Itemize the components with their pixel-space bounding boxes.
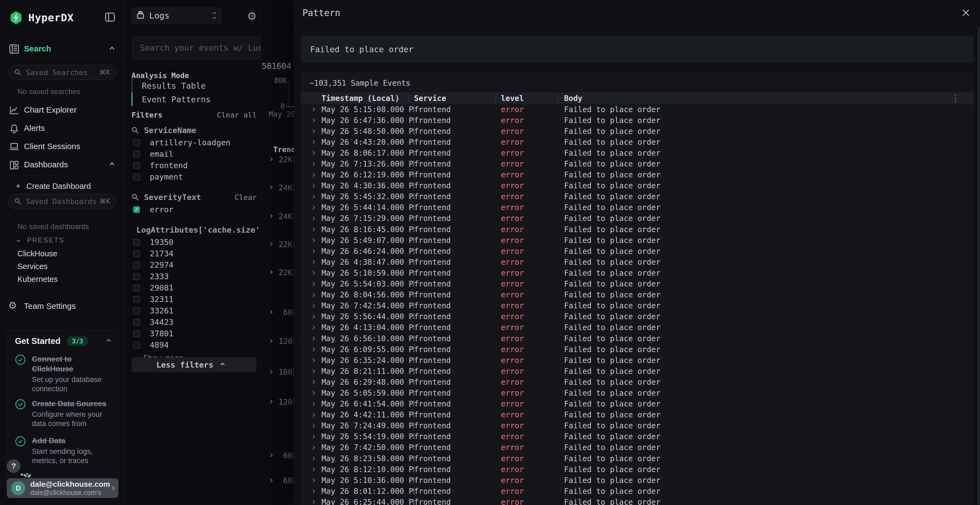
table-row[interactable]: May 26 7:42:54.000 PM frontend error Fai… xyxy=(301,300,974,311)
column-header-timestamp[interactable]: Timestamp (Local) xyxy=(321,94,414,103)
get-started-item[interactable]: Connect to ClickHouse Set up your databa… xyxy=(15,354,111,394)
sidebar-item-search[interactable]: Search xyxy=(0,41,125,57)
table-row[interactable]: May 26 4:30:36.000 PM frontend error Fai… xyxy=(301,180,974,191)
source-settings-gear-icon[interactable]: ⚙ xyxy=(247,10,257,22)
checkbox[interactable] xyxy=(133,250,140,257)
table-row[interactable]: May 26 7:24:49.000 PM frontend error Fai… xyxy=(301,420,974,431)
column-header-service[interactable]: Service xyxy=(414,94,501,103)
get-started-item[interactable]: Add Data Start sending logs, metrics, or… xyxy=(15,436,111,465)
table-row[interactable]: May 26 7:13:26.000 PM frontend error Fai… xyxy=(301,158,974,169)
facet-option[interactable]: artillery-loadgen xyxy=(132,137,257,148)
help-button[interactable]: ? xyxy=(7,459,21,473)
create-dashboard-button[interactable]: +Create Dashboard xyxy=(16,182,91,191)
checkbox[interactable] xyxy=(133,284,140,291)
facet-option[interactable]: email xyxy=(132,148,257,160)
tab-results-table[interactable]: Results Table xyxy=(132,79,246,92)
pattern-row-trend[interactable]: 60 xyxy=(261,308,294,318)
table-row[interactable]: May 26 5:10:59.000 PM frontend error Fai… xyxy=(301,267,974,278)
sidebar-item-team-settings[interactable]: ⚙ Team Settings xyxy=(0,299,125,313)
column-separator[interactable] xyxy=(557,95,558,102)
facet-option[interactable]: 29081 xyxy=(132,282,257,294)
column-separator[interactable] xyxy=(409,95,409,102)
pattern-row-trend[interactable]: 120 xyxy=(261,397,294,408)
table-row[interactable]: May 26 6:12:19.000 PM frontend error Fai… xyxy=(301,170,974,180)
user-menu[interactable]: D dale@clickhouse.com dale@clickhouse.co… xyxy=(7,478,118,498)
saved-dashboards-input[interactable]: Saved Dashboards ⌘K xyxy=(8,194,116,209)
table-row[interactable]: May 26 8:01:12.000 PM frontend error Fai… xyxy=(301,486,974,497)
facet-option[interactable]: 2333 xyxy=(132,271,257,282)
facet-option[interactable]: 33261 xyxy=(132,305,257,316)
pattern-row-trend[interactable]: 120 xyxy=(261,336,294,347)
table-row[interactable]: May 26 6:56:10.000 PM frontend error Fai… xyxy=(301,333,974,344)
table-row[interactable]: May 26 5:15:08.000 PM frontend error Fai… xyxy=(301,104,974,115)
pattern-row-trend[interactable]: 22K xyxy=(261,267,294,278)
checkbox[interactable] xyxy=(133,139,140,146)
sidebar-item-client-sessions[interactable]: Client Sessions xyxy=(0,140,125,153)
table-row[interactable]: May 26 4:38:47.000 PM frontend error Fai… xyxy=(301,257,974,267)
table-row[interactable]: May 26 8:12:10.000 PM frontend error Fai… xyxy=(301,464,974,475)
less-filters-button[interactable]: Less filters xyxy=(132,357,256,372)
sidebar-item-kubernetes[interactable]: Kubernetes xyxy=(18,275,58,284)
table-row[interactable]: May 26 6:46:24.000 PM frontend error Fai… xyxy=(301,246,974,257)
close-icon[interactable] xyxy=(961,8,970,17)
table-row[interactable]: May 26 5:56:44.000 PM frontend error Fai… xyxy=(301,311,974,322)
clear-all-filters-button[interactable]: Clear all xyxy=(217,111,257,119)
table-row[interactable]: May 26 8:04:56.000 PM frontend error Fai… xyxy=(301,289,974,300)
table-row[interactable]: May 26 7:15:29.000 PM frontend error Fai… xyxy=(301,213,974,224)
table-row[interactable]: May 26 6:25:44.000 PM frontend error Fai… xyxy=(301,497,974,505)
table-row[interactable]: May 26 5:45:32.000 PM frontend error Fai… xyxy=(301,191,974,202)
sidebar-collapse-icon[interactable] xyxy=(105,13,115,22)
facet-option[interactable]: frontend xyxy=(132,160,257,171)
sidebar-item-chart-explorer[interactable]: Chart Explorer xyxy=(0,103,125,116)
table-row[interactable]: May 26 7:42:50.000 PM frontend error Fai… xyxy=(301,442,974,453)
get-started-header[interactable]: Get Started 3/3 xyxy=(15,336,110,346)
table-row[interactable]: May 26 8:06:17.000 PM frontend error Fai… xyxy=(301,148,974,158)
table-row[interactable]: May 26 5:54:03.000 PM frontend error Fai… xyxy=(301,279,974,289)
table-row[interactable]: May 26 8:16:45.000 PM frontend error Fai… xyxy=(301,224,974,235)
column-separator[interactable] xyxy=(495,95,496,102)
table-row[interactable]: May 26 5:05:59.000 PM frontend error Fai… xyxy=(301,387,974,399)
pattern-row-trend[interactable]: 22K xyxy=(261,154,294,165)
sidebar-item-dashboards[interactable]: Dashboards xyxy=(0,158,125,171)
checkbox[interactable] xyxy=(133,296,140,303)
table-row[interactable]: May 26 6:47:36.000 PM frontend error Fai… xyxy=(301,115,974,126)
table-row[interactable]: May 26 6:09:55.000 PM frontend error Fai… xyxy=(301,344,974,355)
table-row[interactable]: May 26 5:54:19.000 PM frontend error Fai… xyxy=(301,431,974,442)
table-row[interactable]: May 26 6:29:48.000 PM frontend error Fai… xyxy=(301,376,974,387)
table-row[interactable]: May 26 4:42:11.000 PM frontend error Fai… xyxy=(301,410,974,420)
scrollbar[interactable] xyxy=(978,27,980,505)
facet-option[interactable]: 22974 xyxy=(132,259,257,271)
table-row[interactable]: May 26 5:49:07.000 PM frontend error Fai… xyxy=(301,235,974,246)
column-header-level[interactable]: level xyxy=(501,94,564,103)
facet-option[interactable]: 19350 xyxy=(132,237,257,248)
facet-option[interactable]: error xyxy=(132,204,257,215)
sidebar-item-clickhouse[interactable]: ClickHouse xyxy=(18,249,57,258)
sidebar-item-services[interactable]: Services xyxy=(18,262,48,271)
presets-toggle[interactable]: PRESETS xyxy=(17,236,65,244)
column-header-body[interactable]: Body xyxy=(564,94,582,103)
pattern-row-trend[interactable]: 60 xyxy=(261,451,294,462)
checkbox[interactable] xyxy=(133,206,140,213)
source-select[interactable]: Logs xyxy=(132,8,221,24)
pattern-row-trend[interactable]: 24K xyxy=(261,183,294,194)
table-row[interactable]: May 26 6:35:24.000 PM frontend error Fai… xyxy=(301,355,974,366)
table-row[interactable]: May 26 6:41:54.000 PM frontend error Fai… xyxy=(301,399,974,410)
table-row[interactable]: May 26 8:21:11.000 PM frontend error Fai… xyxy=(301,366,974,376)
pattern-row-trend[interactable]: 24K xyxy=(261,211,294,222)
facet-option[interactable]: 4894 xyxy=(132,339,257,351)
checkbox[interactable] xyxy=(133,330,140,337)
pattern-row-trend[interactable]: 22K xyxy=(261,240,294,250)
get-started-item[interactable]: Create Data Sources Configure where your… xyxy=(15,399,111,428)
checkbox[interactable] xyxy=(133,273,140,280)
pattern-row-trend[interactable]: 180 xyxy=(261,367,294,378)
table-row[interactable]: May 26 4:43:20.000 PM frontend error Fai… xyxy=(301,137,974,148)
saved-searches-input[interactable]: Saved Searches ⌘K xyxy=(8,65,116,80)
checkbox[interactable] xyxy=(133,239,140,246)
checkbox[interactable] xyxy=(133,173,140,180)
facet-option[interactable]: payment xyxy=(132,171,257,183)
table-row[interactable]: May 26 5:10:36.000 PM frontend error Fai… xyxy=(301,475,974,486)
checkbox[interactable] xyxy=(133,342,140,349)
checkbox[interactable] xyxy=(133,151,140,157)
sidebar-item-alerts[interactable]: Alerts xyxy=(0,122,125,135)
pattern-row-trend[interactable]: 60 xyxy=(261,476,294,486)
